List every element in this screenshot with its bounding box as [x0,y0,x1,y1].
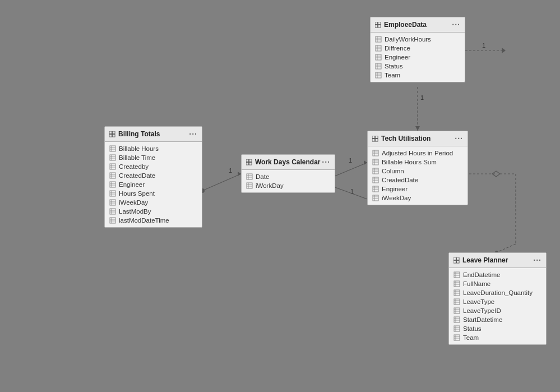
field-icon [109,172,116,179]
table-row: LeaveType [449,297,546,306]
svg-rect-101 [373,150,378,156]
svg-rect-149 [454,317,460,322]
svg-rect-61 [246,159,249,162]
svg-rect-126 [457,257,460,260]
svg-rect-128 [457,260,460,263]
table-row: StartDatetime [449,315,546,324]
svg-rect-85 [376,54,381,60]
work-days-calendar-header: Work Days Calendar ··· [242,155,335,170]
field-icon [375,72,382,79]
field-icon [109,217,116,224]
svg-rect-63 [246,162,249,165]
leave-planner-header: Leave Planner ··· [449,253,546,268]
svg-rect-133 [454,281,460,287]
billing-totals-table: Billing Totals ··· Billable Hours Billab… [104,126,202,228]
svg-rect-98 [376,136,378,139]
svg-line-4 [334,163,367,177]
svg-line-0 [202,174,241,191]
svg-rect-153 [454,326,460,331]
table-row: Createdby [105,162,202,171]
field-icon [372,186,379,192]
field-icon [453,334,460,341]
svg-rect-76 [378,25,381,27]
employee-data-title: EmploeeData [384,21,427,29]
svg-rect-77 [376,36,381,42]
svg-marker-11 [415,126,420,131]
field-icon [372,168,379,174]
employee-data-body: DailyWorkHours Diffrence Engineer Status… [371,33,465,82]
table-row: CreatedDate [105,171,202,180]
field-icon [246,173,253,180]
table-grid-icon [372,136,378,142]
svg-rect-62 [249,159,252,162]
svg-text:1: 1 [229,167,232,174]
field-icon [375,36,382,43]
svg-rect-105 [373,159,378,165]
svg-rect-89 [376,63,381,69]
work-days-calendar-title: Work Days Calendar [255,158,321,166]
field-icon [109,163,116,170]
svg-line-7 [334,187,367,199]
svg-rect-100 [376,139,378,141]
svg-marker-20 [502,48,506,53]
field-icon [372,150,379,156]
field-icon [453,280,460,287]
svg-rect-57 [110,218,115,223]
svg-rect-29 [110,155,115,160]
table-row: Billable Hours Sum [368,158,468,167]
table-row: DailyWorkHours [371,35,465,44]
table-row: LastModBy [105,207,202,216]
billing-totals-body: Billable Hours Billable Time Createdby C… [105,142,202,227]
work-days-calendar-body: Date iWorkDay [242,170,335,192]
table-grid-icon [246,159,252,165]
table-row: Team [371,71,465,80]
svg-rect-37 [110,173,115,178]
table-row: CreatedDate [368,176,468,185]
svg-line-16 [497,244,516,252]
leave-planner-table: Leave Planner ··· EndDatetime FullName L… [448,252,547,345]
table-row: Column [368,167,468,176]
table-row: Engineer [368,185,468,193]
leave-planner-menu[interactable]: ··· [533,256,542,265]
svg-rect-75 [375,25,378,27]
field-icon [375,63,382,70]
table-row: LeaveDuration_Quantity [449,288,546,297]
svg-rect-65 [247,174,252,179]
table-row: Billable Hours [105,144,202,153]
svg-rect-45 [110,191,115,196]
table-row: Hours Spent [105,189,202,198]
field-icon [109,199,116,206]
employee-data-header: EmploeeData ··· [371,17,465,33]
svg-rect-23 [109,134,112,137]
employee-data-menu[interactable]: ··· [452,20,460,29]
tech-utilisation-title: Tech Utilisation [381,135,431,142]
employee-data-table: EmploeeData ··· DailyWorkHours Diffrence… [370,17,465,82]
field-icon [109,208,116,215]
table-row: Diffrence [371,44,465,53]
table-row: LeaveTypeID [449,306,546,315]
svg-rect-97 [372,136,375,139]
svg-rect-113 [373,177,378,183]
svg-rect-22 [113,131,115,134]
table-row: Team [449,333,546,342]
billing-totals-menu[interactable]: ··· [189,130,197,139]
tech-utilisation-menu[interactable]: ··· [455,134,463,143]
billing-totals-header: Billing Totals ··· [105,127,202,142]
field-icon [453,298,460,305]
field-icon [375,45,382,52]
leave-planner-body: EndDatetime FullName LeaveDuration_Quant… [449,268,546,344]
work-days-calendar-menu[interactable]: ··· [322,158,330,167]
billing-totals-title: Billing Totals [118,130,160,138]
table-row: Engineer [371,53,465,62]
field-icon [109,154,116,161]
svg-rect-129 [454,272,460,278]
svg-text:1: 1 [420,94,424,101]
svg-rect-81 [376,45,381,51]
svg-text:1: 1 [349,157,352,164]
svg-rect-25 [110,146,115,151]
svg-rect-53 [110,209,115,214]
table-row: lastModDateTime [105,216,202,225]
table-row: iWeekDay [105,198,202,207]
leave-planner-title: Leave Planner [462,256,508,264]
svg-rect-99 [372,139,375,141]
